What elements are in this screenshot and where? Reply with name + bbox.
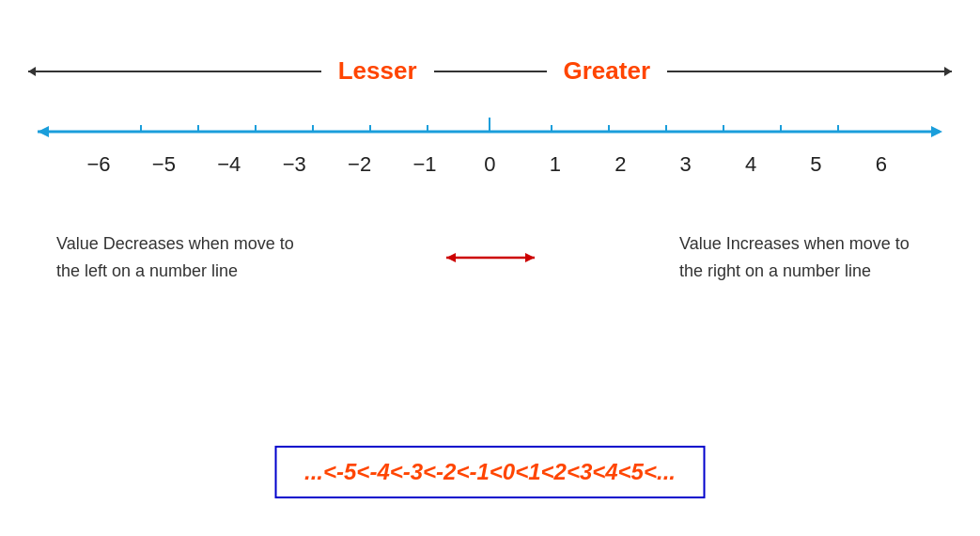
num-4: 4 — [737, 152, 765, 177]
svg-marker-19 — [525, 253, 535, 262]
svg-marker-2 — [931, 126, 942, 137]
lesser-right-line — [434, 71, 490, 72]
sequence-box: ...<-5<-4<-3<-2<-1<0<1<2<3<4<5<... — [274, 446, 706, 498]
num-neg4: −4 — [215, 152, 243, 177]
bottom-section: Value Decreases when move to the left on… — [0, 230, 980, 285]
num-neg6: −6 — [85, 152, 113, 177]
greater-label: Greater — [547, 56, 668, 86]
sequence-text: ...<-5<-4<-3<-2<-1<0<1<2<3<4<5<... — [304, 459, 676, 484]
num-3: 3 — [672, 152, 700, 177]
lesser-section: Lesser — [28, 56, 490, 86]
greater-left-line — [490, 71, 547, 72]
num-0: 0 — [475, 152, 504, 177]
num-neg3: −3 — [280, 152, 308, 177]
num-neg5: −5 — [149, 152, 178, 177]
numbers-row: −6 −5 −4 −3 −2 −1 0 1 2 3 4 5 6 — [85, 152, 895, 177]
svg-marker-18 — [446, 253, 456, 262]
num-6: 6 — [867, 152, 895, 177]
left-arrow-line — [28, 71, 321, 72]
middle-arrow-container — [301, 230, 679, 268]
lesser-label: Lesser — [321, 56, 434, 86]
right-arrow-line — [667, 71, 952, 72]
left-description: Value Decreases when move to the left on… — [56, 230, 301, 285]
num-2: 2 — [606, 152, 634, 177]
num-neg1: −1 — [411, 152, 439, 177]
direction-row: Lesser Greater — [28, 56, 952, 86]
greater-section: Greater — [490, 56, 953, 86]
num-5: 5 — [801, 152, 830, 177]
main-content: Lesser Greater — [0, 0, 980, 536]
num-1: 1 — [541, 152, 569, 177]
right-description: Value Increases when move to the right o… — [679, 230, 924, 285]
num-neg2: −2 — [346, 152, 374, 177]
svg-marker-1 — [38, 126, 49, 137]
bidirectional-arrow-svg — [439, 247, 542, 268]
